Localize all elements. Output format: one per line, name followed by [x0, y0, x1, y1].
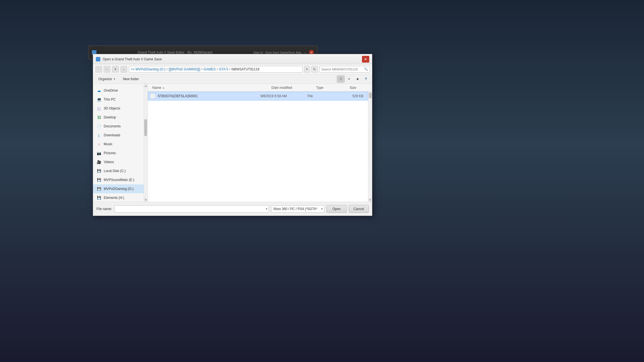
file-scroll-down[interactable]: ▼ [368, 198, 372, 202]
sidebar-scroll-up[interactable]: ▲ [144, 84, 148, 88]
organize-arrow: ▼ [113, 78, 116, 80]
sidebar-item-pictures[interactable]: 📷 Pictures [93, 149, 148, 158]
sidebar-item-downloads[interactable]: ⭳ Downloads [93, 131, 148, 140]
drive-c-icon: 💾 [96, 168, 101, 173]
drive-g-icon: 💾 [96, 186, 101, 191]
organize-label: Organize [98, 77, 112, 81]
sort-arrow: ▲ [162, 86, 165, 89]
onedrive-label: OneDrive [104, 89, 118, 92]
back-btn[interactable]: ← [95, 66, 102, 73]
toolbar: Organize ▼ New folder ☷ ▼ ■ ? [93, 74, 372, 84]
address-path[interactable]: << MVPxDGaming (G:) > [[[MVPxD GAMING]]]… [129, 66, 303, 73]
col-size-label: Size [350, 86, 356, 90]
sidebar-item-documents[interactable]: 📄 Documents [93, 122, 148, 131]
path-sep-2: > [201, 68, 203, 71]
file-list: 📄 STBSGTA(DEFSLA)50001 9/8/2019 6:58 AM … [148, 92, 368, 202]
forward-btn[interactable]: → [104, 66, 110, 73]
path-seg-1[interactable]: << [131, 67, 135, 71]
sidebar-scrollbar[interactable]: ▲ ▼ [144, 84, 148, 202]
thispc-icon: 💻 [96, 97, 101, 102]
details-view-btn[interactable]: ☷ [337, 75, 345, 83]
help-btn[interactable]: ? [362, 75, 370, 83]
filename-input-wrapper: ▼ [114, 205, 269, 213]
dialog-content: ▲ ▼ ☁ OneDrive 💻 This PC ◱ 3D Objects 🖼 [93, 84, 372, 202]
downloads-icon: ⭳ [96, 133, 101, 138]
dialog-bottom: File name: ▼ Xbox 360 / PC / PS4 (*SGTA*… [93, 202, 372, 216]
filename-dropdown-arrow[interactable]: ▼ [265, 208, 268, 210]
dialog-close-btn[interactable]: ✕ [362, 56, 369, 63]
col-name-header[interactable]: Name ▲ [150, 86, 269, 90]
path-seg-gta5[interactable]: GTA 5 [219, 67, 228, 71]
sidebar-item-drive-e[interactable]: 💾 MVPSoundMain (E:) [93, 175, 148, 184]
sidebar-scroll-down[interactable]: ▼ [144, 198, 148, 202]
drive-e-label: MVPSoundMain (E:) [104, 178, 134, 182]
sidebar-item-onedrive[interactable]: ☁ OneDrive [93, 86, 148, 95]
file-area: Name ▲ Date modified Type Size 📄 [148, 84, 372, 202]
file-icon: 📄 [150, 94, 155, 99]
col-date-label: Date modified [271, 86, 292, 90]
sidebar-item-desktop[interactable]: 🖼 Desktop [93, 113, 148, 122]
refresh-btn[interactable]: ↻ [311, 66, 318, 73]
path-sep-3: > [216, 68, 218, 71]
drive-c-label: Local Disk (C:) [104, 169, 126, 173]
path-seg-games[interactable]: GAMES [203, 67, 216, 71]
file-scroll-thumb[interactable] [369, 93, 372, 98]
documents-label: Documents [104, 124, 121, 128]
new-folder-btn[interactable]: New folder [120, 75, 142, 83]
file-list-container: 📄 STBSGTA(DEFSLA)50001 9/8/2019 6:58 AM … [148, 92, 372, 202]
search-input[interactable] [321, 68, 363, 71]
col-date-header[interactable]: Date modified [269, 86, 314, 90]
open-dialog: Open a Grand Theft Auto V Game Save ✕ ← … [93, 54, 372, 216]
table-row[interactable]: 📄 STBSGTA(DEFSLA)50001 9/8/2019 6:58 AM … [148, 92, 368, 101]
filename-input[interactable] [114, 205, 269, 213]
sidebar-item-music[interactable]: ♫ Music [93, 140, 148, 149]
desktop-label: Desktop [104, 115, 116, 119]
col-type-header[interactable]: Type [314, 86, 347, 90]
sidebar: ▲ ▼ ☁ OneDrive 💻 This PC ◱ 3D Objects 🖼 [93, 84, 148, 202]
path-sep-1: > [166, 68, 168, 71]
dropdown-view-btn[interactable]: ▼ [345, 75, 353, 83]
onedrive-icon: ☁ [96, 88, 101, 93]
new-folder-label: New folder [123, 77, 139, 81]
drive-g-label: MVPxDGaming (G:) [104, 187, 134, 191]
filetype-select[interactable]: Xbox 360 / PC / PS4 (*SGTA*) All Files (… [271, 205, 324, 213]
dialog-titlebar: Open a Grand Theft Auto V Game Save ✕ [93, 54, 372, 64]
pictures-icon: 📷 [96, 151, 101, 156]
path-current: NBWSATUT91119 [231, 67, 259, 71]
thispc-label: This PC [104, 97, 116, 101]
file-type: File [307, 94, 341, 98]
large-icons-btn[interactable]: ■ [354, 75, 361, 83]
filetype-select-wrapper: Xbox 360 / PC / PS4 (*SGTA*) All Files (… [271, 205, 324, 213]
sidebar-item-3dobjects[interactable]: ◱ 3D Objects [93, 104, 148, 113]
sidebar-item-drive-h1[interactable]: 💾 Elements (H:) [93, 193, 148, 202]
up-btn[interactable]: ↑ [120, 66, 127, 73]
downloads-label: Downloads [104, 133, 120, 137]
file-name: STBSGTA(DEFSLA)50001 [158, 94, 258, 98]
sidebar-item-drive-g[interactable]: 💾 MVPxDGaming (G:) [93, 184, 148, 193]
3dobjects-label: 3D Objects [104, 106, 120, 110]
search-icon[interactable]: 🔍 [364, 67, 368, 71]
dialog-icon [96, 57, 100, 61]
pictures-label: Pictures [104, 151, 116, 155]
sidebar-scroll-thumb[interactable] [144, 119, 147, 136]
videos-label: Videos [104, 160, 114, 164]
drive-e-icon: 💾 [96, 177, 101, 182]
music-label: Music [104, 142, 112, 146]
music-icon: ♫ [96, 142, 101, 147]
col-size-header[interactable]: Size [347, 86, 370, 90]
sidebar-item-thispc[interactable]: 💻 This PC [93, 95, 148, 104]
col-type-label: Type [316, 86, 323, 90]
search-box[interactable]: 🔍 [319, 66, 370, 73]
file-list-scrollbar[interactable]: ▲ ▼ [368, 92, 372, 202]
dropdown-nav-btn[interactable]: ▼ [112, 66, 119, 73]
open-btn[interactable]: Open [326, 205, 346, 213]
address-dropdown-btn[interactable]: ▼ [304, 66, 309, 73]
organize-btn[interactable]: Organize ▼ [95, 75, 119, 83]
3dobjects-icon: ◱ [96, 106, 101, 111]
documents-icon: 📄 [96, 124, 101, 129]
path-seg-gaming[interactable]: [[[MVPxD GAMING]]] [169, 67, 200, 71]
path-seg-drive[interactable]: MVPxDGaming (G:) [136, 67, 165, 71]
cancel-btn[interactable]: Cancel [349, 205, 369, 213]
sidebar-item-drive-c[interactable]: 💾 Local Disk (C:) [93, 166, 148, 175]
sidebar-item-videos[interactable]: 🎥 Videos [93, 158, 148, 166]
